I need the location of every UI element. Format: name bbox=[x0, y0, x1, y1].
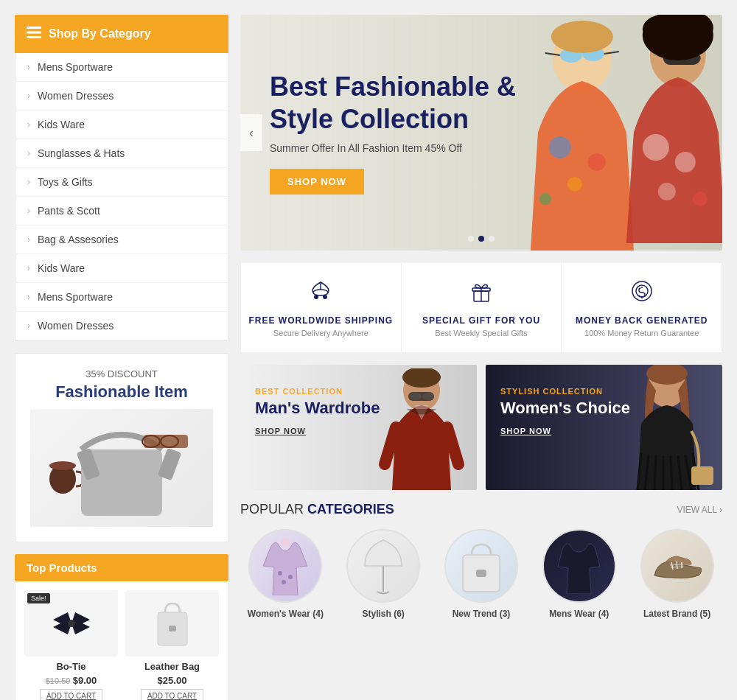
sidebar-item-women-dresses[interactable]: › Women Dresses bbox=[15, 82, 228, 111]
category-stylish[interactable]: Stylish (6) bbox=[338, 529, 429, 619]
category-header-label: Shop By Category bbox=[49, 27, 151, 41]
sidebar-item-sunglasses[interactable]: › Sunglasses & Hats bbox=[15, 139, 228, 168]
feature-moneyback: MONEY BACK GENERATED 100% Money Return G… bbox=[562, 263, 722, 352]
category-header: Shop By Category bbox=[15, 15, 228, 53]
svg-point-63 bbox=[281, 538, 290, 547]
sidebar-item-bag[interactable]: › Bag & Assesories bbox=[15, 225, 228, 254]
gift-icon bbox=[409, 278, 554, 309]
sidebar-item-label: Sunglasses & Hats bbox=[38, 147, 125, 159]
womens-model-svg bbox=[612, 365, 722, 490]
svg-point-51 bbox=[422, 393, 434, 400]
products-grid: Sale! Bo-Tie $10.50 $9.00 ADD TO CART bbox=[15, 581, 228, 700]
gift-title: SPECIAL GIFT FOR YOU bbox=[409, 315, 554, 326]
chevron-icon: › bbox=[27, 263, 30, 273]
shipping-title: FREE WORLDWIDE SHIPPING bbox=[248, 315, 394, 326]
add-to-cart-button-2[interactable]: ADD TO CART bbox=[141, 689, 203, 700]
sidebar-item-label: Bag & Assesories bbox=[38, 234, 119, 245]
popular-title: POPULAR CATEGORIES bbox=[240, 502, 394, 517]
leather-bag-icon bbox=[150, 598, 195, 649]
dot-1[interactable] bbox=[468, 236, 474, 242]
womens-collection-text: STYLISH COLLECTION Women's Choice SHOP N… bbox=[500, 387, 630, 435]
sidebar-item-mens-sportware[interactable]: › Mens Sportware bbox=[15, 53, 228, 82]
chevron-icon: › bbox=[27, 119, 30, 130]
sidebar: Shop By Category › Mens Sportware › Wome… bbox=[15, 15, 228, 700]
moneyback-desc: 100% Money Return Guarantee bbox=[569, 329, 714, 337]
categories-row: Women's Wear (4) Stylish (6) bbox=[240, 529, 722, 619]
mens-collection-tag: BEST COLLECTION bbox=[255, 387, 380, 396]
svg-rect-1 bbox=[27, 32, 41, 34]
svg-point-19 bbox=[567, 177, 582, 192]
features-row: FREE WORLDWIDE SHIPPING Secure Delivery … bbox=[240, 262, 722, 353]
svg-point-4 bbox=[49, 461, 76, 470]
hero-subtitle: Summer Offer In All Fashion Item 45% Off bbox=[270, 142, 516, 154]
shoe-icon bbox=[651, 546, 704, 587]
category-new-trend[interactable]: New Trend (3) bbox=[436, 529, 527, 619]
moneyback-icon bbox=[569, 278, 714, 309]
chevron-icon: › bbox=[27, 148, 30, 158]
sidebar-item-label: Women Dresses bbox=[38, 320, 113, 332]
bow-tie-icon bbox=[49, 601, 94, 645]
womens-collection-card: STYLISH COLLECTION Women's Choice SHOP N… bbox=[486, 365, 722, 490]
svg-point-28 bbox=[658, 183, 676, 200]
sidebar-item-women-dresses-2[interactable]: › Women Dresses bbox=[15, 312, 228, 340]
sidebar-item-label: Pants & Scott bbox=[38, 205, 100, 217]
womens-model-image bbox=[612, 365, 722, 490]
product-card-2: Leather Bag $25.00 ADD TO CART bbox=[125, 590, 219, 700]
product-price-2: $25.00 bbox=[125, 675, 219, 686]
moneyback-title: MONEY BACK GENERATED bbox=[569, 315, 714, 326]
bag-icon bbox=[455, 539, 507, 594]
hero-title: Best Fashionable &Style Collection bbox=[270, 71, 516, 134]
stylish-circle bbox=[346, 529, 420, 603]
sidebar-item-kids-ware-1[interactable]: › Kids Ware bbox=[15, 111, 228, 139]
sidebar-item-label: Toys & Gifts bbox=[38, 176, 93, 188]
new-trend-circle bbox=[444, 529, 518, 603]
mens-shop-now-button[interactable]: SHOP NOW bbox=[255, 427, 306, 435]
popular-header: POPULAR CATEGORIES VIEW ALL › bbox=[240, 502, 722, 517]
discount-label: 35% DISCOUNT bbox=[30, 368, 213, 379]
discount-box: 35% DISCOUNT Fashionable Item bbox=[15, 353, 228, 542]
latest-brand-label: Latest Brand (5) bbox=[632, 609, 722, 619]
discount-image bbox=[30, 409, 213, 527]
sale-badge: Sale! bbox=[27, 593, 50, 603]
svg-point-27 bbox=[675, 152, 696, 172]
dot-2[interactable] bbox=[478, 236, 484, 242]
category-latest-brand[interactable]: Latest Brand (5) bbox=[632, 529, 722, 619]
mens-model-svg bbox=[374, 368, 469, 490]
womens-collection-title: Women's Choice bbox=[500, 399, 630, 418]
category-womens-wear[interactable]: Women's Wear (4) bbox=[240, 529, 331, 619]
svg-point-65 bbox=[288, 575, 293, 579]
svg-point-38 bbox=[323, 295, 327, 299]
svg-point-64 bbox=[278, 571, 282, 575]
svg-rect-62 bbox=[691, 466, 713, 485]
stylish-label: Stylish (6) bbox=[338, 609, 429, 619]
sidebar-item-label: Women Dresses bbox=[38, 90, 113, 102]
sidebar-item-toys-gifts[interactable]: › Toys & Gifts bbox=[15, 168, 228, 197]
product-old-price-1: $10.50 $9.00 bbox=[24, 675, 118, 686]
view-all-button[interactable]: VIEW ALL › bbox=[677, 505, 722, 515]
svg-rect-0 bbox=[27, 27, 41, 29]
sidebar-item-mens-sportware-2[interactable]: › Mens Sportware bbox=[15, 283, 228, 312]
sidebar-item-pants[interactable]: › Pants & Scott bbox=[15, 197, 228, 225]
svg-point-33 bbox=[551, 21, 613, 53]
womens-shop-now-button[interactable]: SHOP NOW bbox=[500, 427, 551, 435]
category-mens-wear[interactable]: Mens Wear (4) bbox=[534, 529, 624, 619]
hero-banner: ‹ Best Fashionable &Style Collection Sum… bbox=[240, 15, 722, 251]
top-products-header: Top Products bbox=[15, 554, 228, 581]
chevron-icon: › bbox=[27, 234, 30, 245]
discount-title: Fashionable Item bbox=[30, 382, 213, 402]
sidebar-item-kids-ware-2[interactable]: › Kids Ware bbox=[15, 254, 228, 283]
chevron-icon: › bbox=[27, 62, 30, 72]
svg-rect-2 bbox=[27, 36, 41, 38]
new-trend-label: New Trend (3) bbox=[436, 609, 527, 619]
dot-3[interactable] bbox=[489, 236, 495, 242]
discount-illustration bbox=[41, 413, 203, 523]
womens-collection-tag: STYLISH COLLECTION bbox=[500, 387, 630, 396]
add-to-cart-button-1[interactable]: ADD TO CART bbox=[40, 689, 102, 700]
mens-wear-circle bbox=[542, 529, 616, 603]
stylish-icon bbox=[361, 536, 405, 595]
menu-icon bbox=[27, 25, 41, 43]
shop-now-button[interactable]: SHOP NOW bbox=[270, 169, 364, 195]
shipping-desc: Secure Delivery Anywhere bbox=[248, 329, 394, 337]
gift-desc: Best Weekly Special Gifts bbox=[409, 329, 554, 337]
product-card-1: Sale! Bo-Tie $10.50 $9.00 ADD TO CART bbox=[24, 590, 118, 700]
